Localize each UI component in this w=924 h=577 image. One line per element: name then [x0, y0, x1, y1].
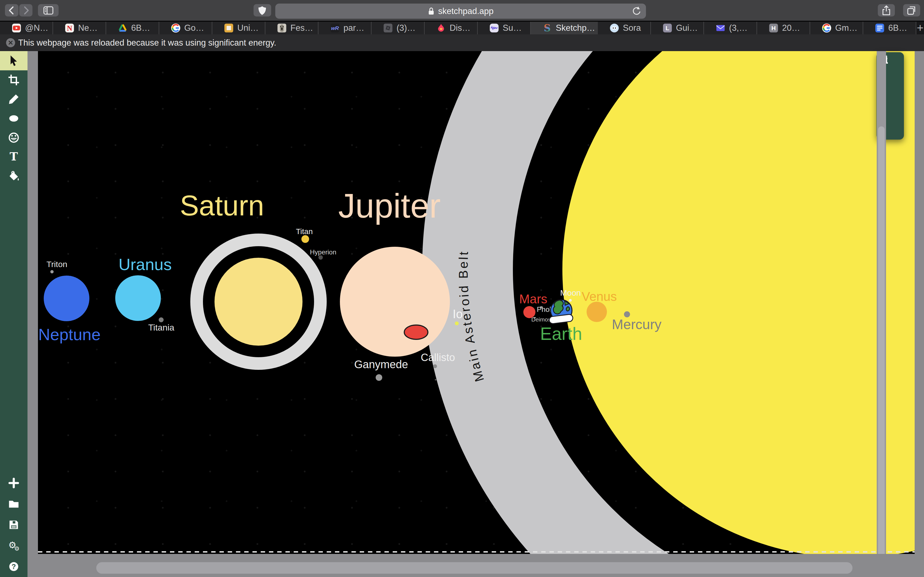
shield-icon [257, 5, 268, 16]
tab-title: Su… [503, 23, 522, 33]
tab-drive[interactable]: 6B… [106, 22, 159, 34]
tab-title: Sora [623, 23, 641, 33]
par-favicon: wR [330, 23, 340, 33]
moon-titania[interactable] [159, 318, 164, 322]
vertical-scrollbar[interactable] [877, 51, 886, 577]
text-tool[interactable]: T [0, 147, 27, 166]
planet-mercury[interactable] [624, 311, 630, 318]
moon-io[interactable] [455, 321, 459, 325]
moon-label-ganymede[interactable]: Ganymede [354, 358, 408, 371]
moon-label-moon[interactable]: Moon [560, 288, 581, 297]
moon-label-deimos[interactable]: Deimos [531, 316, 551, 322]
moon-moon[interactable] [569, 299, 572, 302]
tab-title: Ne… [78, 23, 98, 33]
youtube-favicon [11, 23, 21, 33]
planet-label-jupiter[interactable]: Jupiter [338, 187, 441, 225]
planet-saturn[interactable] [190, 234, 327, 370]
back-button[interactable] [5, 4, 18, 16]
crop-tool[interactable] [0, 70, 27, 90]
tab-netflix[interactable]: NNe… [53, 22, 106, 34]
planet-uranus[interactable] [115, 275, 161, 321]
tab-l[interactable]: LGui… [651, 22, 704, 34]
tabs-overview-icon [906, 5, 918, 16]
planet-label-neptune[interactable]: Neptune [38, 325, 101, 344]
share-button[interactable] [878, 4, 895, 16]
url-text: sketchpad.app [438, 6, 494, 16]
tab-mail[interactable]: (3,… [704, 22, 757, 34]
close-icon[interactable]: ✕ [6, 38, 15, 47]
moon-label-triton[interactable]: Triton [47, 259, 67, 269]
workspace-bottom [27, 554, 924, 577]
moon-callisto[interactable] [433, 364, 437, 368]
planet-venus[interactable] [586, 302, 607, 322]
vertical-scrollbar-thumb[interactable] [878, 126, 885, 558]
tab-title: (3)… [397, 23, 415, 33]
moon-hyperion[interactable] [318, 255, 323, 259]
svg-text:?: ? [11, 563, 16, 571]
planet-label-saturn[interactable]: Saturn [180, 190, 264, 221]
tinder-favicon [436, 23, 446, 33]
planet-label-mars[interactable]: Mars [519, 292, 547, 306]
tab-suno[interactable]: Su… [478, 22, 531, 34]
roblox-favicon [383, 23, 393, 33]
browser-title-bar: sketchpad.app [0, 0, 924, 21]
tab-sketchpad[interactable]: SSketchp… [531, 22, 598, 34]
tab-par[interactable]: wRpar… [318, 22, 372, 34]
planet-neptune[interactable] [44, 276, 89, 321]
moon-label-hyperion[interactable]: Hyperion [310, 248, 336, 256]
forward-icon [20, 5, 31, 16]
planet-label-uranus[interactable]: Uranus [118, 255, 171, 274]
planet-label-venus[interactable]: Venus [582, 289, 617, 304]
sidebar-toggle-button[interactable] [38, 4, 58, 16]
moon-label-titan[interactable]: Titan [296, 227, 313, 236]
reload-button[interactable] [631, 6, 641, 18]
select-tool[interactable] [0, 51, 27, 70]
tab-fes[interactable]: Fes… [265, 22, 318, 34]
tab-youtube[interactable]: @N… [0, 22, 53, 34]
tab-unity[interactable]: Uni… [212, 22, 265, 34]
sketchpad-app: T⚙⚙? Main Asteroid BeltNeptuneTritonUran… [0, 51, 924, 577]
planet-earth[interactable] [549, 300, 573, 324]
help-button[interactable]: ? [0, 556, 27, 577]
moon-label-callisto[interactable]: Callisto [421, 352, 455, 363]
settings-button[interactable]: ⚙⚙ [0, 535, 27, 556]
moon-label-io[interactable]: Io [453, 307, 463, 321]
sidebar-icon [42, 4, 55, 17]
planet-jupiter[interactable] [340, 247, 450, 357]
sticker-tool[interactable] [0, 128, 27, 147]
url-bar[interactable]: sketchpad.app [275, 3, 646, 19]
svg-text:wR: wR [331, 25, 339, 31]
moon-label-titania[interactable]: Titania [148, 322, 174, 332]
new-tab-button[interactable]: + [916, 22, 924, 34]
horizontal-scrollbar-thumb[interactable] [96, 562, 853, 574]
moon-titan[interactable] [301, 235, 309, 243]
new-drawing-button[interactable] [0, 472, 27, 493]
tab-docs[interactable]: 6B… [863, 22, 916, 34]
fill-tool[interactable] [0, 166, 27, 186]
fes-favicon [277, 23, 287, 33]
moon-speck[interactable] [435, 379, 436, 380]
mail-favicon [716, 23, 725, 33]
tab-google[interactable]: Go… [159, 22, 212, 34]
open-button[interactable] [0, 493, 27, 514]
moon-triton[interactable] [50, 270, 53, 273]
tab-title: 20… [782, 23, 800, 33]
tab-h[interactable]: H20… [757, 22, 810, 34]
tab-title: 6B… [888, 23, 907, 33]
svg-text:⚙: ⚙ [14, 545, 19, 552]
moon-ganymede[interactable] [376, 374, 382, 381]
pencil-tool[interactable] [0, 90, 27, 109]
save-button[interactable] [0, 514, 27, 535]
forward-button[interactable] [19, 4, 32, 16]
tab-gmail[interactable]: Gm… [810, 22, 863, 34]
tab-tinder[interactable]: Dis… [425, 22, 478, 34]
tab-overview-button[interactable] [903, 4, 920, 16]
planet-label-earth[interactable]: Earth [540, 324, 582, 344]
tab-sora[interactable]: Sora [598, 22, 651, 34]
shape-tool[interactable] [0, 109, 27, 128]
planet-label-mercury[interactable]: Mercury [612, 317, 662, 332]
tab-roblox[interactable]: (3)… [372, 22, 425, 34]
privacy-shield-button[interactable] [254, 4, 271, 16]
drawing-canvas[interactable]: Main Asteroid BeltNeptuneTritonUranusTit… [38, 51, 915, 554]
tab-title: Uni… [237, 23, 259, 33]
